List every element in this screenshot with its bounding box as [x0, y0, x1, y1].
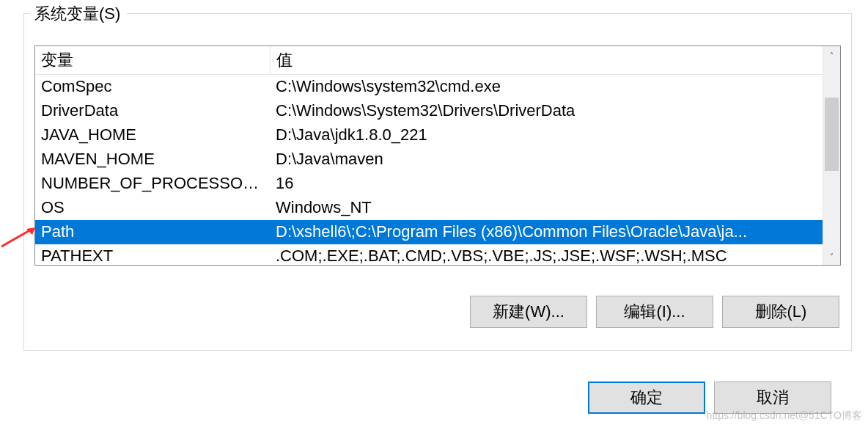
cell-variable: JAVA_HOME: [35, 123, 270, 147]
ok-button-label: 确定: [630, 387, 663, 409]
scroll-thumb[interactable]: [825, 98, 839, 171]
edit-button[interactable]: 编辑(I)...: [596, 296, 713, 328]
group-border-top-left: [24, 13, 30, 14]
cell-value: D:\Java\maven: [270, 147, 823, 172]
watermark-text: https://blog.csdn.net@51CTO博客: [707, 409, 862, 423]
variables-table[interactable]: 变量 值 ComSpecC:\Windows\system32\cmd.exeD…: [35, 46, 823, 265]
cell-value: .COM;.EXE;.BAT;.CMD;.VBS;.VBE;.JS;.JSE;.…: [270, 244, 823, 266]
table-row[interactable]: PATHEXT.COM;.EXE;.BAT;.CMD;.VBS;.VBE;.JS…: [35, 244, 823, 266]
table-row[interactable]: OSWindows_NT: [35, 196, 823, 220]
table-row[interactable]: PathD:\xshell6\;C:\Program Files (x86)\C…: [35, 220, 823, 244]
cell-variable: NUMBER_OF_PROCESSORS: [35, 172, 270, 196]
cell-variable: MAVEN_HOME: [35, 147, 270, 172]
variables-table-container: 变量 值 ComSpecC:\Windows\system32\cmd.exeD…: [34, 45, 841, 266]
scroll-down-button[interactable]: ˅: [823, 247, 840, 265]
cell-value: Windows_NT: [270, 196, 823, 220]
edit-button-label: 编辑(I)...: [624, 301, 685, 323]
table-buttons-row: 新建(W)... 编辑(I)... 删除(L): [470, 296, 839, 328]
delete-button[interactable]: 删除(L): [722, 296, 839, 328]
cell-value: 16: [270, 172, 823, 196]
header-value[interactable]: 值: [270, 46, 823, 75]
cell-variable: ComSpec: [35, 75, 270, 99]
cell-value: D:\Java\jdk1.8.0_221: [270, 123, 823, 147]
delete-button-label: 删除(L): [755, 301, 807, 323]
new-button-label: 新建(W)...: [493, 301, 564, 323]
window-left-edge: [0, 0, 6, 427]
cell-variable: PATHEXT: [35, 244, 270, 266]
table-row[interactable]: JAVA_HOMED:\Java\jdk1.8.0_221: [35, 123, 823, 147]
new-button[interactable]: 新建(W)...: [470, 296, 587, 328]
group-border-top-right: [127, 13, 851, 14]
cell-variable: Path: [35, 220, 270, 244]
cell-value: C:\Windows\System32\Drivers\DriverData: [270, 99, 823, 123]
chevron-up-icon: ˄: [830, 51, 834, 59]
table-row[interactable]: MAVEN_HOMED:\Java\maven: [35, 147, 823, 172]
ok-button[interactable]: 确定: [588, 382, 705, 414]
cancel-button-label: 取消: [757, 387, 789, 409]
system-variables-group: 系统变量(S) 变量 值 ComSpecC:\Windows\system32\…: [23, 13, 852, 351]
variables-table-viewport: 变量 值 ComSpecC:\Windows\system32\cmd.exeD…: [35, 46, 823, 265]
table-row[interactable]: NUMBER_OF_PROCESSORS16: [35, 172, 823, 196]
table-row[interactable]: DriverDataC:\Windows\System32\Drivers\Dr…: [35, 99, 823, 123]
chevron-down-icon: ˅: [830, 252, 834, 260]
cell-value: C:\Windows\system32\cmd.exe: [270, 75, 823, 99]
table-row[interactable]: ComSpecC:\Windows\system32\cmd.exe: [35, 75, 823, 99]
vertical-scrollbar[interactable]: ˄ ˅: [823, 46, 840, 265]
cell-value: D:\xshell6\;C:\Program Files (x86)\Commo…: [270, 220, 823, 244]
cell-variable: DriverData: [35, 99, 270, 123]
cell-variable: OS: [35, 196, 270, 220]
group-label: 系统变量(S): [32, 3, 123, 25]
header-variable[interactable]: 变量: [35, 46, 270, 75]
scroll-up-button[interactable]: ˄: [823, 46, 840, 64]
